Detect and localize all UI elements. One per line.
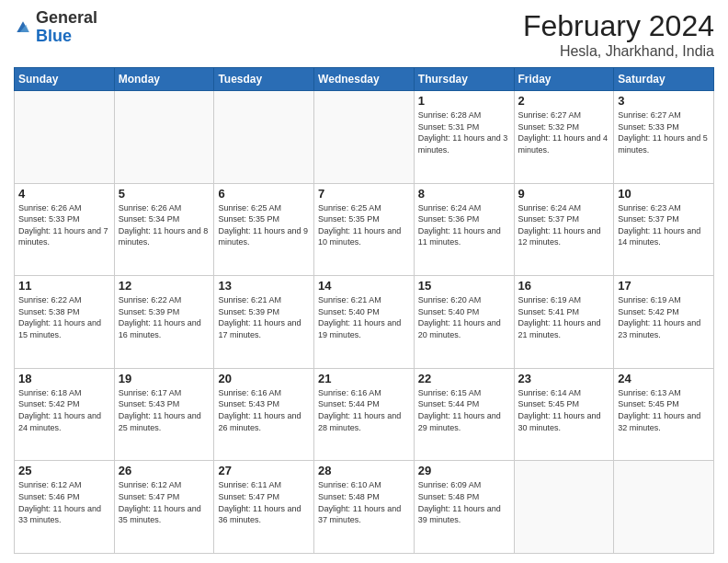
day-number: 7 (318, 187, 410, 201)
logo-text: GeneralBlue (36, 9, 97, 46)
day-number: 28 (318, 464, 410, 477)
day-info: Sunrise: 6:22 AM Sunset: 5:38 PM Dayligh… (18, 294, 110, 340)
calendar-cell: 2Sunrise: 6:27 AM Sunset: 5:32 PM Daylig… (514, 91, 614, 184)
day-number: 17 (618, 279, 710, 293)
col-friday: Friday (514, 68, 614, 91)
calendar-cell: 9Sunrise: 6:24 AM Sunset: 5:37 PM Daylig… (514, 183, 614, 276)
day-info: Sunrise: 6:15 AM Sunset: 5:44 PM Dayligh… (418, 387, 510, 433)
calendar-cell: 11Sunrise: 6:22 AM Sunset: 5:38 PM Dayli… (15, 276, 115, 369)
day-number: 11 (18, 279, 110, 293)
day-info: Sunrise: 6:16 AM Sunset: 5:44 PM Dayligh… (318, 387, 410, 433)
calendar-cell: 19Sunrise: 6:17 AM Sunset: 5:43 PM Dayli… (114, 368, 214, 461)
day-info: Sunrise: 6:12 AM Sunset: 5:46 PM Dayligh… (18, 479, 110, 525)
calendar-cell: 14Sunrise: 6:21 AM Sunset: 5:40 PM Dayli… (314, 276, 415, 369)
title-block: February 2024 Hesla, Jharkhand, India (523, 9, 714, 60)
day-info: Sunrise: 6:19 AM Sunset: 5:42 PM Dayligh… (618, 294, 710, 340)
day-number: 14 (318, 279, 410, 293)
day-info: Sunrise: 6:21 AM Sunset: 5:39 PM Dayligh… (218, 294, 310, 340)
day-number: 9 (518, 187, 610, 201)
day-number: 23 (518, 372, 610, 385)
day-info: Sunrise: 6:20 AM Sunset: 5:40 PM Dayligh… (418, 294, 510, 340)
calendar-cell: 6Sunrise: 6:25 AM Sunset: 5:35 PM Daylig… (214, 183, 314, 276)
day-info: Sunrise: 6:16 AM Sunset: 5:43 PM Dayligh… (218, 387, 310, 433)
header-row: Sunday Monday Tuesday Wednesday Thursday… (15, 68, 714, 91)
day-number: 6 (218, 187, 310, 201)
day-info: Sunrise: 6:13 AM Sunset: 5:45 PM Dayligh… (618, 387, 710, 433)
day-info: Sunrise: 6:28 AM Sunset: 5:31 PM Dayligh… (418, 109, 510, 155)
day-info: Sunrise: 6:26 AM Sunset: 5:34 PM Dayligh… (119, 202, 210, 248)
header: GeneralBlue February 2024 Hesla, Jharkha… (14, 9, 714, 60)
calendar-cell (114, 91, 214, 184)
day-info: Sunrise: 6:12 AM Sunset: 5:47 PM Dayligh… (119, 479, 210, 525)
calendar-cell: 21Sunrise: 6:16 AM Sunset: 5:44 PM Dayli… (314, 368, 415, 461)
day-info: Sunrise: 6:25 AM Sunset: 5:35 PM Dayligh… (218, 202, 310, 248)
day-number: 16 (518, 279, 610, 293)
calendar-cell (214, 91, 314, 184)
location-title: Hesla, Jharkhand, India (523, 43, 714, 60)
calendar-cell: 12Sunrise: 6:22 AM Sunset: 5:39 PM Dayli… (114, 276, 214, 369)
day-info: Sunrise: 6:27 AM Sunset: 5:32 PM Dayligh… (518, 109, 610, 155)
calendar-week-2: 4Sunrise: 6:26 AM Sunset: 5:33 PM Daylig… (15, 183, 714, 276)
calendar-cell: 1Sunrise: 6:28 AM Sunset: 5:31 PM Daylig… (414, 91, 514, 184)
calendar-body: 1Sunrise: 6:28 AM Sunset: 5:31 PM Daylig… (15, 91, 714, 554)
day-number: 12 (119, 279, 210, 293)
col-monday: Monday (114, 68, 214, 91)
calendar-cell: 13Sunrise: 6:21 AM Sunset: 5:39 PM Dayli… (214, 276, 314, 369)
day-info: Sunrise: 6:19 AM Sunset: 5:41 PM Dayligh… (518, 294, 610, 340)
day-number: 2 (518, 94, 610, 108)
day-number: 19 (119, 372, 210, 385)
day-number: 13 (218, 279, 310, 293)
day-info: Sunrise: 6:25 AM Sunset: 5:35 PM Dayligh… (318, 202, 410, 248)
calendar-cell (514, 461, 614, 554)
day-number: 3 (618, 94, 710, 108)
day-info: Sunrise: 6:10 AM Sunset: 5:48 PM Dayligh… (318, 479, 410, 525)
calendar-cell: 17Sunrise: 6:19 AM Sunset: 5:42 PM Dayli… (614, 276, 714, 369)
day-number: 20 (218, 372, 310, 385)
month-title: February 2024 (523, 9, 714, 43)
day-info: Sunrise: 6:09 AM Sunset: 5:48 PM Dayligh… (418, 479, 510, 525)
day-info: Sunrise: 6:26 AM Sunset: 5:33 PM Dayligh… (18, 202, 110, 248)
day-number: 1 (418, 94, 510, 108)
day-info: Sunrise: 6:17 AM Sunset: 5:43 PM Dayligh… (119, 387, 210, 433)
calendar-cell: 15Sunrise: 6:20 AM Sunset: 5:40 PM Dayli… (414, 276, 514, 369)
logo-icon (14, 18, 32, 37)
calendar-cell: 8Sunrise: 6:24 AM Sunset: 5:36 PM Daylig… (414, 183, 514, 276)
day-number: 4 (18, 187, 110, 201)
day-info: Sunrise: 6:24 AM Sunset: 5:36 PM Dayligh… (418, 202, 510, 248)
calendar-cell: 27Sunrise: 6:11 AM Sunset: 5:47 PM Dayli… (214, 461, 314, 554)
calendar-cell: 22Sunrise: 6:15 AM Sunset: 5:44 PM Dayli… (414, 368, 514, 461)
day-number: 15 (418, 279, 510, 293)
day-info: Sunrise: 6:24 AM Sunset: 5:37 PM Dayligh… (518, 202, 610, 248)
calendar-cell (614, 461, 714, 554)
day-info: Sunrise: 6:22 AM Sunset: 5:39 PM Dayligh… (119, 294, 210, 340)
col-sunday: Sunday (15, 68, 115, 91)
calendar-cell: 23Sunrise: 6:14 AM Sunset: 5:45 PM Dayli… (514, 368, 614, 461)
day-info: Sunrise: 6:14 AM Sunset: 5:45 PM Dayligh… (518, 387, 610, 433)
calendar-week-5: 25Sunrise: 6:12 AM Sunset: 5:46 PM Dayli… (15, 461, 714, 554)
calendar-cell: 3Sunrise: 6:27 AM Sunset: 5:33 PM Daylig… (614, 91, 714, 184)
calendar-cell: 4Sunrise: 6:26 AM Sunset: 5:33 PM Daylig… (15, 183, 115, 276)
calendar-table: Sunday Monday Tuesday Wednesday Thursday… (14, 67, 714, 554)
col-thursday: Thursday (414, 68, 514, 91)
calendar-week-1: 1Sunrise: 6:28 AM Sunset: 5:31 PM Daylig… (15, 91, 714, 184)
logo-general: GeneralBlue (36, 8, 97, 45)
day-number: 24 (618, 372, 710, 385)
calendar-cell: 18Sunrise: 6:18 AM Sunset: 5:42 PM Dayli… (15, 368, 115, 461)
day-number: 27 (218, 464, 310, 477)
day-info: Sunrise: 6:21 AM Sunset: 5:40 PM Dayligh… (318, 294, 410, 340)
day-info: Sunrise: 6:23 AM Sunset: 5:37 PM Dayligh… (618, 202, 710, 248)
calendar-week-3: 11Sunrise: 6:22 AM Sunset: 5:38 PM Dayli… (15, 276, 714, 369)
calendar-cell: 16Sunrise: 6:19 AM Sunset: 5:41 PM Dayli… (514, 276, 614, 369)
logo: GeneralBlue (14, 9, 97, 46)
calendar-cell: 10Sunrise: 6:23 AM Sunset: 5:37 PM Dayli… (614, 183, 714, 276)
calendar-cell: 24Sunrise: 6:13 AM Sunset: 5:45 PM Dayli… (614, 368, 714, 461)
col-saturday: Saturday (614, 68, 714, 91)
day-number: 29 (418, 464, 510, 477)
calendar-cell: 25Sunrise: 6:12 AM Sunset: 5:46 PM Dayli… (15, 461, 115, 554)
page: GeneralBlue February 2024 Hesla, Jharkha… (0, 0, 728, 563)
calendar-cell: 20Sunrise: 6:16 AM Sunset: 5:43 PM Dayli… (214, 368, 314, 461)
day-number: 25 (18, 464, 110, 477)
calendar-cell: 26Sunrise: 6:12 AM Sunset: 5:47 PM Dayli… (114, 461, 214, 554)
day-number: 8 (418, 187, 510, 201)
col-tuesday: Tuesday (214, 68, 314, 91)
